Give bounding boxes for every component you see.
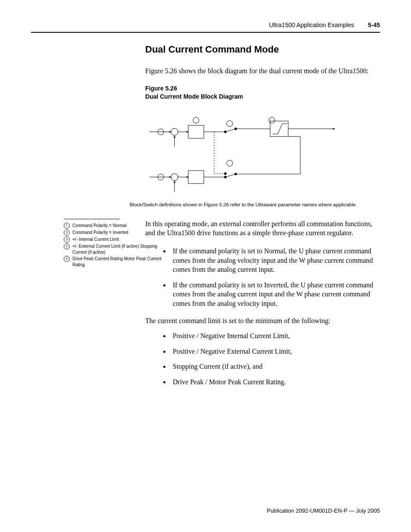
svg-rect-15 — [270, 121, 288, 137]
list-item: Drive Peak / Motor Peak Current Rating. — [170, 377, 374, 387]
list-item: Positive / Negative Internal Current Lim… — [170, 331, 374, 341]
figure-number: Figure 5.26 — [145, 85, 177, 92]
runhead-pageno: 5-45 — [368, 22, 380, 28]
polarity-bullets: If the command polarity is set to Normal… — [145, 246, 374, 308]
footnote-text: Command Polarity = Normal — [72, 223, 167, 229]
footnote-item: 1 Command Polarity = Normal — [64, 223, 167, 229]
page-footer: Publication 2092-UM001D-EN-P — July 2005 — [267, 507, 380, 514]
intro-paragraph: Figure 5.26 shows the block diagram for … — [145, 66, 374, 76]
footnote-num-icon: 5 — [64, 256, 70, 262]
block-note: Block/Switch definitions shown in Figure… — [130, 202, 371, 207]
list-item: Positive / Negative External Current Lim… — [170, 347, 374, 356]
footnote-text: Drive Peak Current Rating Motor Peak Cur… — [72, 256, 167, 268]
footnote-item: 3 +/- Internal Current Limit — [64, 236, 167, 243]
footnote-text: +/- Internal Current Limit — [72, 236, 167, 243]
svg-point-18 — [171, 174, 178, 180]
svg-line-9 — [225, 129, 236, 132]
mode-paragraph: In this operating mode, an external cont… — [145, 219, 374, 238]
svg-rect-5 — [188, 125, 204, 138]
svg-point-33 — [193, 117, 199, 123]
header-rule — [31, 32, 380, 33]
running-header: Ultra1500 Application Examples 5-45 — [31, 22, 380, 28]
svg-point-25 — [224, 172, 227, 174]
limit-paragraph: The current command limit is set to the … — [145, 316, 374, 326]
list-item: Stopping Current (if active), and — [170, 362, 374, 371]
footnote-num-icon: 3 — [64, 236, 70, 243]
svg-point-1 — [171, 128, 178, 135]
main-content: Dual Current Command Mode Figure 5.26 sh… — [145, 44, 374, 387]
svg-point-14 — [269, 117, 275, 123]
footnote-rule — [64, 219, 120, 219]
figure-caption: Figure 5.26 Dual Current Mode Block Diag… — [145, 84, 374, 101]
footnote-text: Command Polarity = Inverted — [72, 230, 167, 236]
footnote-num-icon: 1 — [64, 223, 70, 229]
runhead-title: Ultra1500 Application Examples — [269, 22, 354, 28]
svg-line-27 — [225, 174, 236, 177]
footnote-item: 2 Command Polarity = Inverted — [64, 230, 167, 236]
footnote-num-icon: 4 — [64, 243, 70, 249]
footnote-item: 4 +/- External Current Limit (if active)… — [64, 243, 167, 255]
block-diagram — [145, 108, 343, 199]
list-item: If the command polarity is set to Invert… — [170, 280, 374, 308]
svg-point-26 — [227, 160, 233, 166]
svg-rect-22 — [188, 171, 204, 184]
svg-point-8 — [227, 121, 233, 127]
footnote-item: 5 Drive Peak Current Rating Motor Peak C… — [64, 256, 167, 268]
diagram-footnotes: 1 Command Polarity = Normal 2 Command Po… — [64, 219, 167, 268]
footnote-text: +/- External Current Limit (if active) S… — [72, 243, 167, 255]
list-item: If the command polarity is set to Normal… — [170, 246, 374, 274]
footnote-num-icon: 2 — [64, 230, 70, 236]
figure-title: Dual Current Mode Block Diagram — [145, 93, 243, 100]
section-heading: Dual Current Command Mode — [145, 44, 374, 55]
limit-bullets: Positive / Negative Internal Current Lim… — [145, 331, 374, 386]
